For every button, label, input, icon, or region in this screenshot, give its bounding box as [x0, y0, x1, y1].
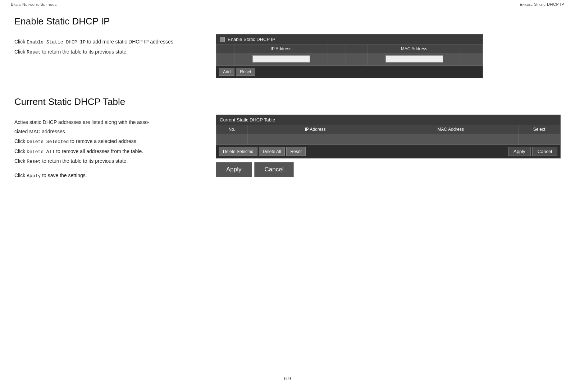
panel2-right-buttons: Apply Cancel — [508, 147, 557, 156]
panel1-mac-input-cell[interactable] — [368, 54, 461, 66]
panel1-cell5 — [461, 54, 483, 66]
panel2-empty-cell3 — [383, 134, 519, 145]
panel2-left-buttons: Delete Selected Delete All Reset — [219, 147, 306, 156]
section2-line5-before: Click — [14, 172, 27, 178]
panel1-table-header-row: IP Address MAC Address — [216, 45, 483, 54]
panel1-col5-spacer — [461, 45, 483, 54]
section2-line2-after: to remove a selected address. — [69, 138, 137, 144]
panel2-title: Current Static DHCP Table — [220, 117, 275, 123]
section2-description: Active static DHCP addresses are listed … — [14, 115, 201, 181]
panel1-header: Enable Static DHCP IP — [216, 34, 483, 44]
panel1-cell0 — [216, 54, 234, 66]
section2-line2-before: Click — [14, 138, 27, 144]
section2-line3-before: Click — [14, 148, 27, 154]
section2-line2-code: Delete Selected — [27, 139, 69, 144]
mac-address-input[interactable] — [385, 55, 443, 63]
section2-desc-line3: Click Delete All to remove all addresses… — [14, 147, 201, 156]
section1-desc-line2: Click Reset to return the table to its p… — [14, 48, 201, 56]
delete-all-button[interactable]: Delete All — [259, 147, 285, 156]
panel2-col2-header: IP Address — [247, 125, 383, 134]
panel2-header: Current Static DHCP Table — [216, 115, 560, 125]
panel1-col4-header: MAC Address — [368, 45, 461, 54]
section1-description: Click Enable Static DHCP IP to add more … — [14, 34, 201, 78]
panel1-col2-spacer — [328, 45, 346, 54]
section1-row: Click Enable Static DHCP IP to add more … — [14, 34, 561, 78]
section2-desc-line1a: Active static DHCP addresses are listed … — [14, 118, 201, 126]
section2-line4-before: Click — [14, 158, 27, 164]
panel2-cancel-button[interactable]: Cancel — [532, 147, 557, 156]
panel2-table: No. IP Address MAC Address Select — [216, 125, 560, 145]
delete-selected-button[interactable]: Delete Selected — [219, 147, 257, 156]
section1-heading: Enable Static DHCP IP — [14, 16, 561, 27]
page-header: Basic Network Settings Enable Static DHC… — [0, 0, 575, 9]
panel1-col0-header — [216, 45, 234, 54]
section1-panel-area: Enable Static DHCP IP IP Address MAC Add… — [216, 34, 561, 78]
large-cancel-button[interactable]: Cancel — [254, 162, 294, 177]
panel1-col1-header: IP Address — [234, 45, 328, 54]
section1-line2-before: Click — [14, 49, 27, 55]
page-footer: 6-9 — [0, 376, 575, 381]
section1-line1-before: Click — [14, 39, 27, 45]
main-content: Enable Static DHCP IP Click Enable Stati… — [0, 9, 575, 214]
panel2-empty-cell1 — [216, 134, 248, 145]
panel1-table: IP Address MAC Address — [216, 44, 483, 66]
current-static-dhcp-panel: Current Static DHCP Table No. IP Address… — [216, 115, 561, 158]
panel2-col3-header: MAC Address — [383, 125, 519, 134]
large-button-row: Apply Cancel — [216, 162, 561, 177]
panel1-col3-spacer — [346, 45, 368, 54]
panel1-add-button[interactable]: Add — [219, 68, 234, 76]
panel2-reset-button[interactable]: Reset — [286, 147, 305, 156]
section1-line1-code: Enable Static DHCP IP — [27, 40, 86, 45]
page-number: 6-9 — [284, 376, 291, 381]
panel2-table-header-row: No. IP Address MAC Address Select — [216, 125, 560, 134]
section1-line2-code: Reset — [27, 50, 41, 55]
section2-line3-code: Delete All — [27, 149, 55, 155]
section2-line5-code: Apply — [27, 173, 41, 179]
section2-line1a: Active static DHCP addresses are listed … — [14, 119, 150, 125]
section2-line1b: ciated MAC addresses. — [14, 129, 67, 134]
section1-desc-line1: Click Enable Static DHCP IP to add more … — [14, 38, 201, 46]
panel1-cell3 — [346, 54, 368, 66]
panel2-empty-cell2 — [247, 134, 383, 145]
section2-heading: Current Static DHCP Table — [14, 96, 561, 107]
panel1-toolbar: Add Reset — [216, 66, 483, 78]
panel2-col4-header: Select — [519, 125, 560, 134]
panel1-cell2 — [328, 54, 346, 66]
section2-line5-after: to save the settings. — [41, 172, 87, 178]
panel2-empty-row — [216, 134, 560, 145]
panel2-empty-cell4 — [519, 134, 560, 145]
breadcrumb-right: Enable Static DHCP IP — [520, 2, 564, 6]
section2-line3-after: to remove all addresses from the table. — [55, 148, 143, 154]
panel2-toolbar: Delete Selected Delete All Reset Apply C… — [216, 145, 560, 158]
section2-desc-line1b: ciated MAC addresses. — [14, 128, 201, 135]
panel2-apply-button[interactable]: Apply — [508, 147, 531, 156]
section2-row: Active static DHCP addresses are listed … — [14, 115, 561, 181]
panel2-col1-header: No. — [216, 125, 248, 134]
section2-panel-area: Current Static DHCP Table No. IP Address… — [216, 115, 561, 181]
enable-static-dhcp-panel: Enable Static DHCP IP IP Address MAC Add… — [216, 34, 483, 78]
section2-line4-after: to return the table to its previous stat… — [41, 158, 128, 164]
section2-desc-line5: Click Apply to save the settings. — [14, 171, 201, 180]
large-apply-button[interactable]: Apply — [216, 162, 252, 177]
panel1-title: Enable Static DHCP IP — [228, 37, 275, 42]
panel1-reset-button[interactable]: Reset — [236, 68, 255, 76]
checkbox-icon — [220, 37, 225, 42]
ip-address-input[interactable] — [252, 55, 310, 63]
panel1-input-row — [216, 54, 483, 66]
section2-desc-line4: Click Reset to return the table to its p… — [14, 157, 201, 166]
section2-line4-code: Reset — [27, 159, 41, 164]
panel1-ip-input-cell[interactable] — [234, 54, 328, 66]
section2-desc-line2: Click Delete Selected to remove a select… — [14, 137, 201, 146]
section1-line1-after: to add more static DHCP IP addresses. — [86, 39, 175, 45]
breadcrumb-left: Basic Network Settings — [11, 2, 57, 6]
section1-line2-after: to return the table to its previous stat… — [41, 49, 128, 55]
